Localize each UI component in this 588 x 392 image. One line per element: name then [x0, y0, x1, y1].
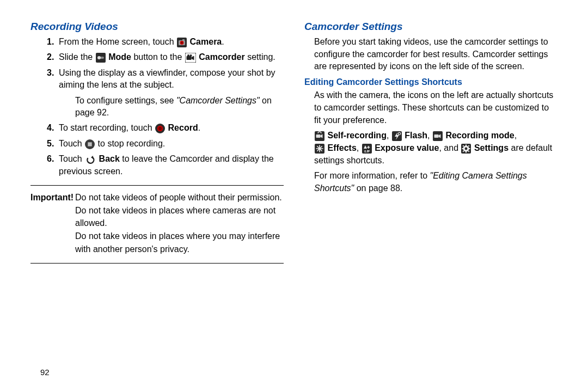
- step-body: Touch to stop recording.: [59, 138, 284, 150]
- text: Do not take videos in places where camer…: [75, 206, 275, 228]
- mode-icon: [96, 53, 106, 63]
- left-column: Recording Videos 1. From the Home screen…: [30, 21, 284, 392]
- label-mode: Mode: [108, 52, 131, 62]
- flash-icon: [392, 131, 402, 141]
- text: to stop recording.: [98, 139, 166, 148]
- text: Do not take videos of people without the…: [75, 193, 282, 202]
- step-number: 2.: [47, 51, 59, 63]
- text: .: [222, 37, 224, 46]
- text: Slide the: [59, 52, 95, 62]
- step-body: Slide the Mode button to the Camcorder s…: [59, 51, 284, 63]
- heading-camcorder-settings: Camcorder Settings: [304, 21, 558, 33]
- label-exposure-value: Exposure value: [375, 143, 439, 152]
- step-number: 6.: [47, 153, 59, 177]
- text: Do not take videos in places where you m…: [75, 231, 280, 254]
- manual-page: Recording Videos 1. From the Home screen…: [0, 0, 588, 392]
- exposure-icon: [362, 144, 372, 154]
- label-camcorder: Camcorder: [199, 52, 244, 62]
- text: , and: [439, 143, 461, 152]
- label-record: Record: [168, 123, 198, 132]
- text: .: [198, 123, 200, 132]
- step-1: 1. From the Home screen, touch Camera.: [47, 36, 284, 48]
- refer-paragraph: For more information, refer to "Editing …: [314, 170, 558, 194]
- text: on page 88.: [354, 183, 402, 193]
- text: To start recording, touch: [59, 123, 155, 132]
- important-note: Important! Do not take videos of people …: [30, 191, 284, 255]
- step-body: To start recording, touch Record.: [59, 122, 284, 134]
- step-number: 3.: [47, 67, 59, 91]
- text: Touch: [59, 154, 84, 163]
- step-number: 4.: [47, 122, 59, 134]
- self-recording-icon: [315, 131, 324, 141]
- step-number: 1.: [47, 36, 59, 48]
- rule-top: [30, 185, 284, 186]
- step-6: 6. Touch Back to leave the Camcorder and…: [47, 153, 284, 177]
- text: For more information, refer to: [314, 171, 430, 180]
- page-number: 92: [40, 367, 50, 377]
- important-label: Important!: [30, 191, 75, 255]
- label-self-recording: Self-recording: [327, 131, 386, 140]
- step-body: Touch Back to leave the Camcorder and di…: [59, 153, 284, 177]
- label-effects: Effects: [327, 143, 356, 152]
- record-icon: [155, 124, 165, 133]
- right-column: Camcorder Settings Before you start taki…: [304, 21, 558, 392]
- step-body: From the Home screen, touch Camera.: [59, 36, 284, 48]
- stop-icon: [85, 139, 95, 149]
- recording-mode-icon: [433, 131, 443, 141]
- text: From the Home screen, touch: [59, 37, 176, 46]
- step-3-sub: To configure settings, see "Camcorder Se…: [75, 95, 284, 119]
- text: button to the: [131, 52, 185, 62]
- back-icon: [85, 155, 96, 164]
- text: Touch: [59, 139, 84, 148]
- label-settings: Settings: [474, 143, 509, 152]
- label-back: Back: [99, 154, 120, 163]
- intro-paragraph: Before you start taking videos, use the …: [314, 36, 558, 73]
- label-recording-mode: Recording mode: [445, 131, 514, 140]
- important-body: Do not take videos of people without the…: [75, 191, 284, 255]
- camera-icon: [177, 38, 187, 47]
- steps-list: 1. From the Home screen, touch Camera. 2…: [30, 36, 284, 177]
- text: setting.: [245, 52, 275, 62]
- step-5: 5. Touch to stop recording.: [47, 138, 284, 150]
- text: To configure settings, see: [75, 96, 176, 105]
- label-camera: Camera: [190, 37, 222, 46]
- step-2: 2. Slide the Mode button to the Camcorde…: [47, 51, 284, 63]
- cross-reference: "Camcorder Settings": [176, 96, 260, 105]
- heading-recording-videos: Recording Videos: [30, 21, 284, 33]
- step-3: 3. Using the display as a viewfinder, co…: [47, 67, 284, 91]
- subheading-editing-shortcuts: Editing Camcorder Settings Shortcuts: [304, 77, 558, 87]
- settings-icon: [461, 144, 471, 154]
- step-body: Using the display as a viewfinder, compo…: [59, 67, 284, 91]
- step-4: 4. To start recording, touch Record.: [47, 122, 284, 134]
- paragraph-1: As with the camera, the icons on the lef…: [314, 89, 558, 126]
- step-number: 5.: [47, 138, 59, 150]
- shortcuts-paragraph: Self-recording, Flash, Recording mode, E…: [314, 130, 558, 167]
- camcorder-icon: [185, 53, 196, 63]
- rule-bottom: [30, 263, 284, 264]
- effects-icon: [315, 144, 324, 154]
- label-flash: Flash: [405, 131, 427, 140]
